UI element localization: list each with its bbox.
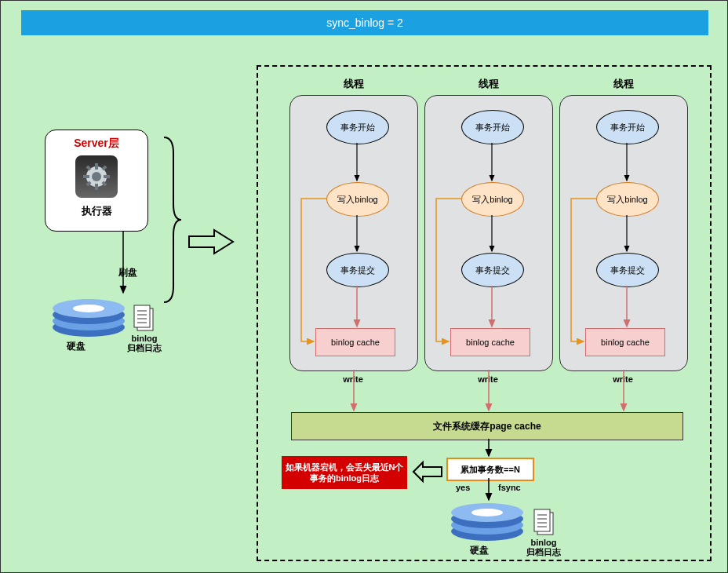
file-caption-bot: binlog 归档日志 bbox=[523, 538, 564, 557]
thread-panel: 线程 事务开始 写入binlog 事务提交 binlog cache bbox=[424, 95, 553, 371]
svg-rect-2 bbox=[95, 163, 98, 170]
svg-point-14 bbox=[73, 305, 104, 312]
thread-arrows bbox=[560, 96, 687, 370]
svg-rect-27 bbox=[534, 509, 550, 531]
server-subtitle: 执行器 bbox=[46, 204, 147, 218]
detail-container: 线程 事务开始 写入binlog 事务提交 binlog cache 线程 事务… bbox=[257, 65, 712, 561]
disk-icon bbox=[46, 293, 131, 340]
svg-rect-16 bbox=[134, 305, 150, 327]
thread-arrows bbox=[425, 96, 552, 370]
thread-label: 线程 bbox=[560, 77, 687, 91]
archive-label: 归档日志 bbox=[526, 547, 561, 557]
binlog-label: binlog bbox=[531, 538, 557, 547]
svg-point-25 bbox=[471, 509, 503, 516]
server-panel: Server层 执行器 bbox=[45, 130, 148, 232]
thread-panel: 线程 事务开始 写入binlog 事务提交 binlog cache bbox=[289, 95, 418, 371]
title-banner: sync_binlog = 2 bbox=[21, 10, 708, 35]
disk-icon bbox=[445, 498, 530, 544]
svg-point-1 bbox=[92, 172, 101, 181]
page-cache-box: 文件系统缓存page cache bbox=[291, 412, 683, 440]
alert-box: 如果机器宕机，会丢失最近N个事务的binlog日志 bbox=[282, 456, 407, 489]
pc-to-cond-arrow bbox=[481, 439, 497, 458]
file-stack-icon bbox=[133, 304, 155, 332]
diagram-canvas: sync_binlog = 2 Server层 执行器 刷盘 bbox=[0, 0, 728, 573]
server-title: Server层 bbox=[46, 137, 147, 151]
executor-gear-icon bbox=[75, 155, 118, 198]
flush-arrow bbox=[112, 232, 136, 294]
thread-label: 线程 bbox=[425, 77, 552, 91]
thread-label: 线程 bbox=[290, 77, 417, 91]
svg-rect-3 bbox=[95, 184, 98, 190]
write-arrows bbox=[258, 370, 710, 412]
fsync-label: fsync bbox=[498, 483, 521, 492]
big-arrow-icon bbox=[187, 228, 235, 255]
file-stack-icon bbox=[533, 508, 555, 536]
binlog-label: binlog bbox=[132, 334, 158, 343]
disk-caption: 硬盘 bbox=[470, 544, 489, 557]
flush-label: 刷盘 bbox=[118, 266, 137, 279]
yes-label: yes bbox=[456, 483, 470, 492]
file-caption-left: binlog 归档日志 bbox=[125, 334, 164, 352]
thread-panel: 线程 事务开始 写入binlog 事务提交 binlog cache bbox=[559, 95, 688, 371]
curly-brace-icon bbox=[158, 137, 181, 302]
archive-label: 归档日志 bbox=[127, 343, 162, 352]
thread-arrows bbox=[290, 96, 417, 370]
svg-rect-5 bbox=[104, 175, 110, 178]
disk-caption: 硬盘 bbox=[67, 340, 86, 353]
svg-rect-4 bbox=[83, 175, 89, 178]
alert-arrow-icon bbox=[412, 461, 443, 483]
